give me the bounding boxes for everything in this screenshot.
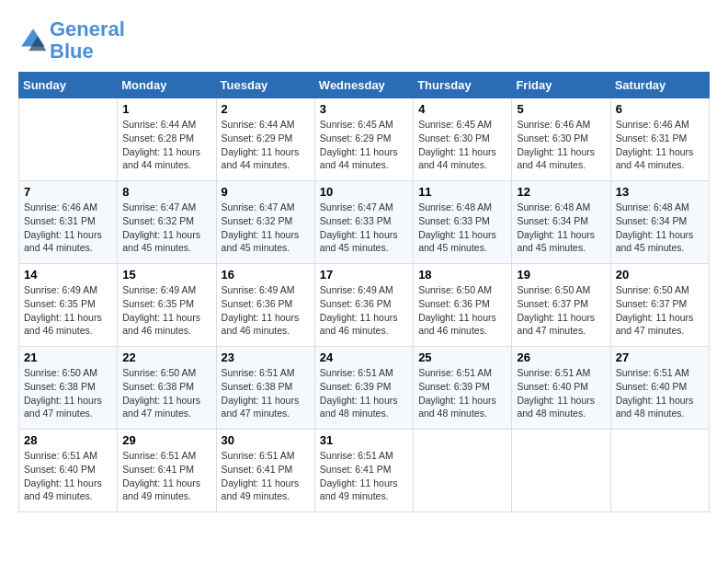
day-number: 22: [122, 350, 210, 364]
calendar-cell: [610, 430, 709, 512]
page-header: General Blue: [18, 18, 710, 63]
day-number: 8: [122, 185, 210, 199]
day-info: Sunrise: 6:44 AM Sunset: 6:29 PM Dayligh…: [222, 118, 310, 172]
day-info: Sunrise: 6:49 AM Sunset: 6:35 PM Dayligh…: [24, 283, 112, 338]
calendar-cell: [414, 430, 512, 512]
calendar-week-2: 7Sunrise: 6:46 AM Sunset: 6:31 PM Daylig…: [19, 181, 710, 264]
day-number: 14: [24, 268, 112, 282]
day-number: 7: [24, 185, 112, 199]
day-info: Sunrise: 6:51 AM Sunset: 6:41 PM Dayligh…: [122, 449, 210, 503]
calendar-week-1: 1Sunrise: 6:44 AM Sunset: 6:28 PM Daylig…: [19, 98, 710, 181]
calendar-cell: 8Sunrise: 6:47 AM Sunset: 6:32 PM Daylig…: [118, 181, 216, 264]
day-info: Sunrise: 6:50 AM Sunset: 6:38 PM Dayligh…: [24, 366, 112, 420]
calendar-cell: 21Sunrise: 6:50 AM Sunset: 6:38 PM Dayli…: [19, 347, 118, 430]
calendar-cell: 25Sunrise: 6:51 AM Sunset: 6:39 PM Dayli…: [414, 347, 512, 430]
day-info: Sunrise: 6:51 AM Sunset: 6:40 PM Dayligh…: [517, 366, 605, 420]
day-number: 30: [222, 433, 310, 447]
day-info: Sunrise: 6:51 AM Sunset: 6:40 PM Dayligh…: [24, 449, 112, 503]
day-number: 20: [616, 268, 704, 282]
calendar-week-5: 28Sunrise: 6:51 AM Sunset: 6:40 PM Dayli…: [19, 430, 710, 512]
calendar-cell: 1Sunrise: 6:44 AM Sunset: 6:28 PM Daylig…: [118, 98, 216, 181]
day-info: Sunrise: 6:45 AM Sunset: 6:29 PM Dayligh…: [320, 118, 408, 172]
calendar-body: 1Sunrise: 6:44 AM Sunset: 6:28 PM Daylig…: [19, 98, 710, 512]
day-info: Sunrise: 6:51 AM Sunset: 6:39 PM Dayligh…: [320, 366, 408, 420]
day-info: Sunrise: 6:51 AM Sunset: 6:40 PM Dayligh…: [616, 366, 704, 420]
header-sunday: Sunday: [19, 73, 118, 98]
day-info: Sunrise: 6:45 AM Sunset: 6:30 PM Dayligh…: [418, 118, 506, 172]
header-monday: Monday: [118, 73, 216, 98]
calendar-cell: 4Sunrise: 6:45 AM Sunset: 6:30 PM Daylig…: [414, 98, 512, 181]
day-info: Sunrise: 6:44 AM Sunset: 6:28 PM Dayligh…: [122, 118, 210, 172]
calendar-cell: 31Sunrise: 6:51 AM Sunset: 6:41 PM Dayli…: [314, 430, 413, 512]
calendar-cell: 2Sunrise: 6:44 AM Sunset: 6:29 PM Daylig…: [216, 98, 314, 181]
day-number: 17: [320, 268, 408, 282]
day-number: 2: [222, 102, 310, 116]
day-info: Sunrise: 6:47 AM Sunset: 6:33 PM Dayligh…: [320, 201, 408, 255]
calendar-cell: [512, 430, 610, 512]
day-info: Sunrise: 6:50 AM Sunset: 6:38 PM Dayligh…: [122, 366, 210, 420]
day-number: 26: [517, 350, 605, 364]
day-number: 24: [320, 350, 408, 364]
day-number: 19: [517, 268, 605, 282]
calendar-cell: 19Sunrise: 6:50 AM Sunset: 6:37 PM Dayli…: [512, 264, 610, 347]
calendar-cell: 6Sunrise: 6:46 AM Sunset: 6:31 PM Daylig…: [610, 98, 709, 181]
calendar-cell: 11Sunrise: 6:48 AM Sunset: 6:33 PM Dayli…: [414, 181, 512, 264]
calendar-week-4: 21Sunrise: 6:50 AM Sunset: 6:38 PM Dayli…: [19, 347, 710, 430]
day-info: Sunrise: 6:50 AM Sunset: 6:36 PM Dayligh…: [418, 283, 506, 338]
calendar-cell: 17Sunrise: 6:49 AM Sunset: 6:36 PM Dayli…: [314, 264, 413, 347]
header-row: SundayMondayTuesdayWednesdayThursdayFrid…: [19, 73, 710, 98]
day-number: 12: [517, 185, 605, 199]
calendar-cell: 14Sunrise: 6:49 AM Sunset: 6:35 PM Dayli…: [19, 264, 118, 347]
calendar-cell: 18Sunrise: 6:50 AM Sunset: 6:36 PM Dayli…: [414, 264, 512, 347]
day-number: 3: [320, 102, 408, 116]
day-number: 10: [320, 185, 408, 199]
calendar-cell: 15Sunrise: 6:49 AM Sunset: 6:35 PM Dayli…: [118, 264, 216, 347]
day-info: Sunrise: 6:50 AM Sunset: 6:37 PM Dayligh…: [616, 283, 704, 338]
calendar-cell: 13Sunrise: 6:48 AM Sunset: 6:34 PM Dayli…: [610, 181, 709, 264]
day-info: Sunrise: 6:50 AM Sunset: 6:37 PM Dayligh…: [517, 283, 605, 338]
logo: General Blue: [18, 18, 125, 63]
day-number: 1: [122, 102, 210, 116]
day-info: Sunrise: 6:51 AM Sunset: 6:41 PM Dayligh…: [222, 449, 310, 503]
day-info: Sunrise: 6:51 AM Sunset: 6:41 PM Dayligh…: [320, 449, 408, 503]
day-info: Sunrise: 6:49 AM Sunset: 6:36 PM Dayligh…: [222, 283, 310, 338]
calendar-cell: 23Sunrise: 6:51 AM Sunset: 6:38 PM Dayli…: [216, 347, 314, 430]
day-info: Sunrise: 6:46 AM Sunset: 6:31 PM Dayligh…: [24, 201, 112, 255]
calendar-header: SundayMondayTuesdayWednesdayThursdayFrid…: [19, 73, 710, 98]
day-number: 5: [517, 102, 605, 116]
day-info: Sunrise: 6:49 AM Sunset: 6:36 PM Dayligh…: [320, 283, 408, 338]
day-number: 31: [320, 433, 408, 447]
day-info: Sunrise: 6:47 AM Sunset: 6:32 PM Dayligh…: [122, 201, 210, 255]
logo-icon: [18, 26, 48, 55]
day-number: 18: [418, 268, 506, 282]
calendar-cell: 10Sunrise: 6:47 AM Sunset: 6:33 PM Dayli…: [314, 181, 413, 264]
calendar-cell: 28Sunrise: 6:51 AM Sunset: 6:40 PM Dayli…: [19, 430, 118, 512]
header-saturday: Saturday: [610, 73, 709, 98]
calendar-cell: 12Sunrise: 6:48 AM Sunset: 6:34 PM Dayli…: [512, 181, 610, 264]
day-number: 27: [616, 350, 704, 364]
calendar-cell: 22Sunrise: 6:50 AM Sunset: 6:38 PM Dayli…: [118, 347, 216, 430]
day-info: Sunrise: 6:51 AM Sunset: 6:38 PM Dayligh…: [222, 366, 310, 420]
calendar-cell: 3Sunrise: 6:45 AM Sunset: 6:29 PM Daylig…: [314, 98, 413, 181]
calendar-cell: 16Sunrise: 6:49 AM Sunset: 6:36 PM Dayli…: [216, 264, 314, 347]
header-friday: Friday: [512, 73, 610, 98]
day-info: Sunrise: 6:47 AM Sunset: 6:32 PM Dayligh…: [222, 201, 310, 255]
calendar-cell: 26Sunrise: 6:51 AM Sunset: 6:40 PM Dayli…: [512, 347, 610, 430]
day-number: 16: [222, 268, 310, 282]
calendar-cell: 30Sunrise: 6:51 AM Sunset: 6:41 PM Dayli…: [216, 430, 314, 512]
calendar-cell: [19, 98, 118, 181]
logo-text: General Blue: [50, 18, 125, 63]
header-tuesday: Tuesday: [216, 73, 314, 98]
day-number: 9: [222, 185, 310, 199]
day-number: 15: [122, 268, 210, 282]
day-info: Sunrise: 6:48 AM Sunset: 6:34 PM Dayligh…: [517, 201, 605, 255]
day-number: 11: [418, 185, 506, 199]
day-info: Sunrise: 6:49 AM Sunset: 6:35 PM Dayligh…: [122, 283, 210, 338]
day-number: 6: [616, 102, 704, 116]
calendar-cell: 9Sunrise: 6:47 AM Sunset: 6:32 PM Daylig…: [216, 181, 314, 264]
day-number: 23: [222, 350, 310, 364]
calendar-cell: 29Sunrise: 6:51 AM Sunset: 6:41 PM Dayli…: [118, 430, 216, 512]
calendar-cell: 20Sunrise: 6:50 AM Sunset: 6:37 PM Dayli…: [610, 264, 709, 347]
day-info: Sunrise: 6:46 AM Sunset: 6:30 PM Dayligh…: [517, 118, 605, 172]
calendar-cell: 5Sunrise: 6:46 AM Sunset: 6:30 PM Daylig…: [512, 98, 610, 181]
